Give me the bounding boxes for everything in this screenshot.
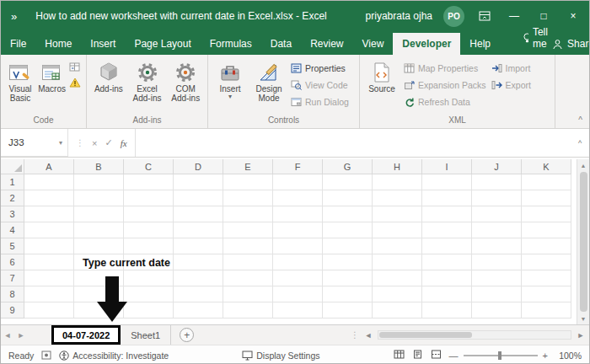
cell-D4[interactable] xyxy=(174,222,223,238)
formula-input[interactable] xyxy=(136,129,571,157)
enter-entry-button[interactable]: ✓ xyxy=(105,137,112,148)
cell-E4[interactable] xyxy=(223,222,273,238)
column-header-G[interactable]: G xyxy=(323,159,373,174)
cell-F9[interactable] xyxy=(273,302,323,318)
horizontal-scroll-track[interactable] xyxy=(378,330,571,340)
previous-sheet-arrow[interactable]: ◄ xyxy=(1,331,14,340)
cell-H4[interactable] xyxy=(373,222,422,238)
design-mode-button[interactable]: Design Mode xyxy=(249,57,288,103)
scroll-down-arrow[interactable]: ▼ xyxy=(581,313,587,324)
scroll-left-arrow[interactable]: ◄ xyxy=(362,331,374,340)
cell-J4[interactable] xyxy=(472,222,522,238)
cell-K1[interactable] xyxy=(522,174,571,190)
cell-I5[interactable] xyxy=(422,238,472,254)
cell-I9[interactable] xyxy=(422,302,472,318)
run-dialog-button[interactable]: Run Dialog xyxy=(291,95,349,109)
cell-B5[interactable] xyxy=(74,238,124,254)
insert-control-button[interactable]: Insert ▾ xyxy=(211,57,249,100)
scroll-up-arrow[interactable]: ▲ xyxy=(581,159,587,171)
tab-developer[interactable]: Developer xyxy=(393,33,460,55)
name-box-dropdown-icon[interactable]: ▾ xyxy=(59,139,67,147)
cell-C8[interactable] xyxy=(124,286,174,302)
cell-A4[interactable] xyxy=(24,222,74,238)
tab-home[interactable]: Home xyxy=(35,33,81,55)
group-label-controls[interactable]: Controls xyxy=(208,115,359,128)
cell-G5[interactable] xyxy=(323,238,373,254)
cell-A1[interactable] xyxy=(24,174,74,190)
tab-help[interactable]: Help xyxy=(460,33,500,55)
cell-F6[interactable] xyxy=(273,254,323,270)
group-label-addins[interactable]: Add-ins xyxy=(87,115,207,128)
user-name[interactable]: priyabrata ojha xyxy=(366,10,432,22)
cell-I3[interactable] xyxy=(422,206,472,222)
cell-D5[interactable] xyxy=(174,238,223,254)
row-header-2[interactable]: 2 xyxy=(1,190,24,206)
cell-J6[interactable] xyxy=(472,254,522,270)
column-header-K[interactable]: K xyxy=(522,159,571,174)
cell-G4[interactable] xyxy=(323,222,373,238)
column-header-E[interactable]: E xyxy=(223,159,273,174)
cell-C9[interactable] xyxy=(124,302,174,318)
cell-J9[interactable] xyxy=(472,302,522,318)
cell-F5[interactable] xyxy=(273,238,323,254)
cell-H3[interactable] xyxy=(373,206,422,222)
cell-K6[interactable] xyxy=(522,254,571,270)
display-settings-button[interactable]: Display Settings xyxy=(242,351,319,361)
scrollbar-resize-handle[interactable]: ⋮ xyxy=(351,330,359,340)
cell-G6[interactable] xyxy=(323,254,373,270)
group-label-xml[interactable]: XML xyxy=(360,115,555,128)
cell-B2[interactable] xyxy=(74,190,124,206)
cell-E1[interactable] xyxy=(223,174,273,190)
avatar[interactable]: PO xyxy=(443,6,464,27)
add-ins-button[interactable]: Add-ins xyxy=(89,57,128,94)
cell-A8[interactable] xyxy=(24,286,74,302)
map-properties-button[interactable]: Map Properties xyxy=(404,62,486,75)
row-header-1[interactable]: 1 xyxy=(1,174,24,190)
cell-E3[interactable] xyxy=(223,206,273,222)
vertical-scrollbar[interactable]: ▲ ▼ xyxy=(577,159,589,324)
quick-access-toolbar[interactable]: » xyxy=(11,10,15,23)
cell-J1[interactable] xyxy=(472,174,522,190)
cell-A3[interactable] xyxy=(24,206,74,222)
cell-D9[interactable] xyxy=(174,302,223,318)
column-header-C[interactable]: C xyxy=(124,159,174,174)
macro-security-button[interactable] xyxy=(69,77,81,88)
cell-C4[interactable] xyxy=(124,222,174,238)
cell-D2[interactable] xyxy=(174,190,223,206)
properties-button[interactable]: Properties xyxy=(291,62,349,75)
row-header-9[interactable]: 9 xyxy=(1,302,24,318)
column-header-B[interactable]: B xyxy=(74,159,124,174)
row-header-6[interactable]: 6 xyxy=(1,254,24,270)
cell-G8[interactable] xyxy=(323,286,373,302)
accessibility-status[interactable]: Accessibility: Investigate xyxy=(59,351,169,361)
cell-I6[interactable] xyxy=(422,254,472,270)
expand-formula-bar-button[interactable]: ^ xyxy=(571,129,589,157)
insert-function-button[interactable]: fx xyxy=(121,138,127,148)
cell-A5[interactable] xyxy=(24,238,74,254)
row-header-4[interactable]: 4 xyxy=(1,222,24,238)
cell-B1[interactable] xyxy=(74,174,124,190)
vertical-scroll-thumb[interactable] xyxy=(580,172,587,312)
import-button[interactable]: Import xyxy=(491,62,531,75)
cell-J5[interactable] xyxy=(472,238,522,254)
zoom-in-button[interactable]: + xyxy=(543,351,548,361)
cell-E2[interactable] xyxy=(223,190,273,206)
horizontal-scroll-thumb[interactable] xyxy=(379,332,472,338)
close-button[interactable]: × xyxy=(564,6,582,26)
tab-insert[interactable]: Insert xyxy=(81,33,125,55)
row-header-5[interactable]: 5 xyxy=(1,238,24,254)
new-sheet-button[interactable]: + xyxy=(180,328,194,342)
cell-F8[interactable] xyxy=(273,286,323,302)
cell-E8[interactable] xyxy=(223,286,273,302)
com-add-ins-button[interactable]: COM Add-ins xyxy=(166,57,205,103)
tab-data[interactable]: Data xyxy=(261,33,301,55)
tab-formulas[interactable]: Formulas xyxy=(201,33,261,55)
group-label-code[interactable]: Code xyxy=(1,115,86,128)
tab-page-layout[interactable]: Page Layout xyxy=(125,33,200,55)
cell-K5[interactable] xyxy=(522,238,571,254)
cell-A2[interactable] xyxy=(24,190,74,206)
cell-E9[interactable] xyxy=(223,302,273,318)
cell-K9[interactable] xyxy=(522,302,571,318)
minimize-button[interactable]: — xyxy=(505,6,523,26)
cell-I8[interactable] xyxy=(422,286,472,302)
